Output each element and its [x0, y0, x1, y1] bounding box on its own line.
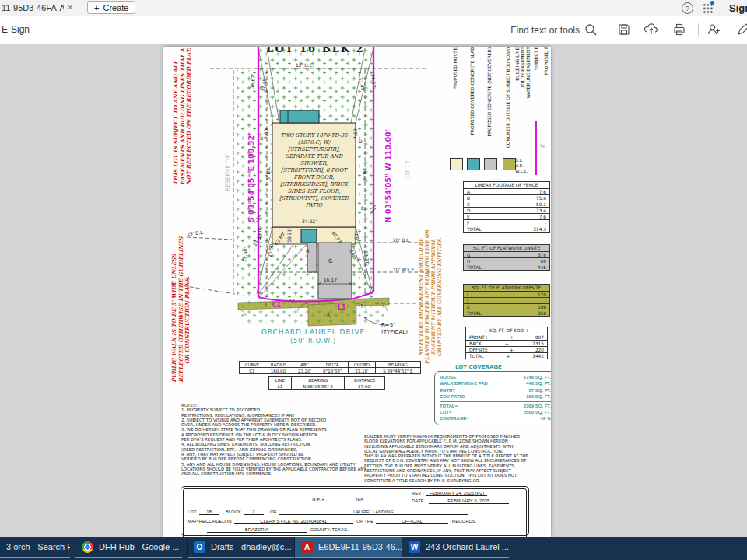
curve-table: CURVERADIUS ARCDELTA CHORDBEARING C1160.… — [239, 361, 421, 374]
flatwork-label-g: G — [328, 258, 332, 264]
building-line-label: 20' B.L. — [393, 237, 410, 243]
table-row: TOTAL446 — [464, 264, 549, 270]
taskbar-item-outlook[interactable]: O Drafts - dhadley@c... — [187, 537, 294, 558]
gf-number: G.F. # :N/A — [312, 497, 392, 502]
chrome-icon — [82, 541, 93, 553]
document-viewport[interactable]: LOT 16 BLK 2 12' U.E. S 03°54'05" E 108.… — [0, 44, 747, 537]
taskbar-label: E6DE9F11-95D3-46... — [318, 542, 402, 551]
save-icon[interactable] — [617, 23, 631, 37]
taskbar-item-word[interactable]: W 243 Orchard Laurel ... — [402, 537, 509, 558]
table-row: FRONT++907 — [466, 334, 547, 341]
taskbar-label: DFH Hub - Google ... — [99, 542, 179, 551]
dim-label: 58.21' — [286, 228, 292, 243]
right-boundary-bearing: N 03°54'05" W 110.00' — [384, 118, 392, 235]
legend-label: WATERLINE EASEMENT. — [526, 47, 531, 155]
table-row: D73.4 — [464, 208, 549, 214]
coverage-row: COV PATIO100 SQ. FT. — [440, 394, 551, 400]
building-line-label: 5' B.L. — [362, 162, 367, 180]
toolbar: E-Sign Find text or tools — [0, 16, 747, 44]
plat-note: THIS LOT IS SUBJECT TO ANY AND ALL EASEM… — [173, 68, 193, 185]
radius-note: R=5'(TYPICAL) — [381, 322, 408, 335]
note-line: GRANTED BY ALL GOVERNING ENTITIES. — [437, 226, 443, 369]
upload-cloud-icon[interactable] — [644, 23, 658, 37]
plus-icon: + — [94, 3, 99, 12]
left-boundary-bearing: S 03°54'05" E 108.32' — [247, 124, 255, 233]
search-icon[interactable] — [584, 23, 598, 37]
coverage-row: COVERAGE=42 % — [440, 415, 551, 422]
dim-label: 16.17' — [324, 277, 338, 282]
legend-fence-symbol: // — [539, 144, 545, 147]
survey-notes: NOTES:1. PROPERTY SUBJECT TO RECORDEDRES… — [181, 403, 366, 476]
help-icon[interactable]: ? — [682, 2, 693, 14]
legend-swatch-house — [450, 158, 463, 170]
acrobat-icon: A — [301, 541, 313, 553]
taskbar-label: Drafts - dhadley@c... — [211, 542, 291, 551]
document-tab[interactable]: 11-95D3-46FA-A... — [2, 3, 64, 12]
legend-swatch-offsite-concrete — [503, 158, 516, 170]
note-line: NOT REFLECTED ON THE RECORDED PLAT. — [186, 68, 193, 185]
taskbar-item-chrome[interactable]: DFH Hub - Google ... — [75, 537, 182, 558]
fence-footage-table: LINEAR FOOTAGE OF FENCE A7.6 B75.6 C50.1… — [463, 181, 550, 233]
note-line: PLANNED TO EXCEED ANY BUILDING LINE OR — [424, 226, 430, 369]
create-button-label: Create — [103, 3, 128, 12]
map-record-line: MAP RECORDED INCLERK'S FILE No. 20240468… — [188, 519, 476, 524]
title-block: G.F. # :N/A REV :FEBRUARY 24, 2025 (P2) … — [181, 486, 529, 536]
fence-seg-label: B — [260, 135, 263, 141]
tab-separator — [82, 2, 82, 14]
future-improvement-note: NO FUTURE IMPROVEMENT SHOULD BE PLANNED … — [418, 226, 443, 369]
table-title: LINEAR FOOTAGE OF FENCE — [464, 182, 549, 189]
legend-swatch-covered-slab — [467, 158, 480, 170]
print-icon[interactable] — [672, 23, 686, 37]
table-row: L1N 86°05'55" E 27.00' — [269, 383, 385, 390]
building-line-label: 5' B.L. — [265, 162, 271, 180]
adjacent-lot17-label: LOT 17 — [404, 152, 411, 191]
table-row: G378 — [464, 252, 549, 258]
taskbar-item-acrobat[interactable]: A E6DE9F11-95D3-46... — [294, 537, 402, 558]
add-user-icon[interactable] — [707, 23, 721, 37]
flatwork-onsite-table: SQ. FT. OF FLATWORK ONSITE G378 H68 TOTA… — [463, 244, 550, 271]
reserve-label: RESERVE "H" — [224, 145, 231, 200]
table-row: OFFSITE+220 — [466, 347, 547, 353]
table-title: SQ. FT. OF FLATWORK ONSITE — [464, 245, 549, 252]
note-line: EASEMENT WITHOUT PRIOR APPROVAL — [430, 226, 437, 369]
table-row: E7.6 — [464, 214, 549, 220]
legend-fence-line — [545, 127, 545, 170]
legend-boundary-line — [535, 121, 537, 175]
table-title: + SQ. FT. OF SOD + — [466, 327, 547, 334]
notification-dot — [710, 1, 714, 5]
taskbar-label: 243 Orchard Laurel ... — [426, 542, 509, 551]
table-row: B75.6 — [464, 195, 549, 201]
outlook-icon: O — [194, 541, 205, 553]
table-row: BACK+2315 — [466, 341, 547, 347]
line-table: LINEBEARING DISTANCE L1N 86°05'55" E 27.… — [268, 376, 385, 390]
house-description: TWO STORY 1870-TD-35(1870.C) W/ [STRSEPT… — [272, 132, 356, 209]
legend-label: UTILITY EASEMENT. — [521, 47, 525, 155]
toolbar-divider — [608, 23, 608, 37]
plan-date: DATE :FEBRUARY 6, 2025 — [412, 499, 511, 504]
table-title: SQ. FT. OF FLATWORK OFFSITE — [464, 285, 549, 292]
lot-coverage-title: LOT COVERAGE — [436, 364, 521, 370]
taskbar: 3 orch - Search R... DFH Hub - Google ..… — [0, 537, 747, 560]
flatwork-label-h: H — [306, 248, 310, 254]
line-label-l1: L1 — [338, 304, 346, 311]
table-row: H68 — [464, 258, 549, 264]
legend-label: BUILDING LINE. — [515, 47, 520, 155]
esign-menu[interactable]: E-Sign — [2, 24, 30, 35]
taskbar-item-search[interactable]: 3 orch - Search R... — [0, 537, 70, 558]
pdf-page[interactable]: LOT 16 BLK 2 12' U.E. S 03°54'05" E 108.… — [163, 47, 551, 537]
create-button[interactable]: + Create — [87, 1, 135, 14]
sign-in-button[interactable]: Sign — [729, 2, 747, 14]
curve-label-c1: C1 — [272, 302, 281, 309]
find-label[interactable]: Find text or tools — [498, 25, 580, 36]
table-row: TOTAL214.3 — [464, 226, 549, 232]
dim-label: 34.92' — [302, 219, 317, 224]
coverage-row: ENTRY17 SQ. FT. — [440, 387, 551, 394]
table-row: J- — [464, 298, 549, 304]
lot-block-line: LOT18 , BLOCK2 , OFLAUREL LANDING — [188, 509, 470, 515]
fence-seg-label: D — [359, 138, 363, 144]
close-tab-icon[interactable]: × — [68, 2, 72, 12]
legend-label: PROPOSED HOUSE. — [453, 47, 458, 155]
pen-icon[interactable] — [736, 23, 747, 37]
table-row: CURVERADIUS ARCDELTA CHORDBEARING — [240, 362, 421, 368]
table-row: I170 — [464, 292, 549, 298]
